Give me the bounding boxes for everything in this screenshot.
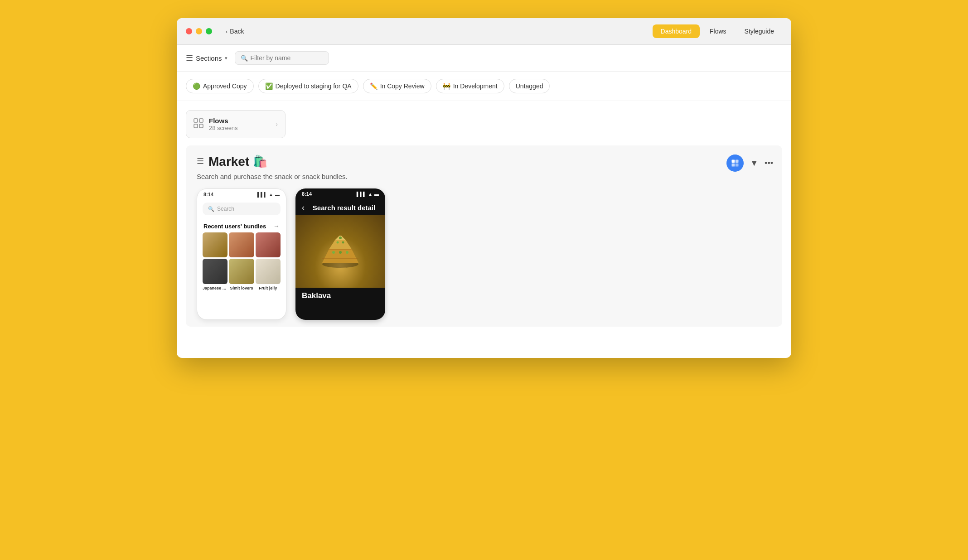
- svg-marker-10: [329, 240, 352, 249]
- phone-search-icon: 🔍: [208, 206, 214, 212]
- signal-icon: ▌▌▌: [257, 192, 267, 197]
- back-chevron-icon: ‹: [226, 28, 227, 35]
- traffic-lights: [186, 28, 212, 34]
- flows-chevron-icon: ›: [276, 121, 278, 128]
- filter-input[interactable]: [251, 54, 323, 62]
- preview-header: ☰ Market 🛍️: [197, 154, 771, 169]
- tag-development-label: In Development: [453, 82, 498, 90]
- maximize-button[interactable]: [206, 28, 212, 34]
- tag-approved-label: Approved Copy: [203, 82, 247, 90]
- development-icon: 🚧: [443, 82, 450, 90]
- tag-approved[interactable]: 🟢 Approved Copy: [186, 79, 254, 93]
- status-bar-dark: 8:14 ▌▌▌ ▲ ▬: [295, 188, 385, 198]
- time-dark: 8:14: [302, 191, 312, 197]
- phone-search-placeholder: Search: [217, 206, 234, 212]
- nav-tabs: Dashboard Flows Styleguide: [653, 24, 782, 38]
- flows-list-item[interactable]: Flows 28 screens ›: [186, 110, 286, 138]
- grid-item-5[interactable]: [229, 259, 254, 284]
- svg-point-14: [342, 241, 344, 244]
- svg-point-13: [337, 241, 339, 244]
- food-grid: [197, 232, 286, 284]
- svg-point-17: [346, 251, 348, 254]
- preview-title-emoji: 🛍️: [253, 154, 267, 169]
- tag-staging[interactable]: ✅ Deployed to staging for QA: [258, 79, 358, 93]
- phone-search-bar[interactable]: 🔍 Search: [203, 203, 281, 215]
- battery-icon-dark: ▬: [374, 192, 379, 197]
- product-name: Baklava: [302, 291, 331, 300]
- baklava-image: [295, 215, 385, 288]
- minimize-button[interactable]: [196, 28, 202, 34]
- phone-item-labels: Japanese s... Simit lovers Fruit jelly: [197, 284, 286, 290]
- wifi-icon-dark: ▲: [368, 192, 373, 197]
- status-icons-light: ▌▌▌ ▲ ▬: [257, 192, 280, 197]
- chevron-down-icon: ▾: [225, 55, 227, 61]
- phone-mockup-light: 8:14 ▌▌▌ ▲ ▬ 🔍 Search Recent users' bund…: [197, 188, 286, 320]
- item-label-1: Japanese s...: [203, 286, 227, 290]
- back-button[interactable]: ‹ Back: [226, 28, 244, 35]
- svg-rect-5: [736, 160, 739, 163]
- more-options-icon[interactable]: •••: [765, 159, 773, 168]
- status-icons-dark: ▌▌▌ ▲ ▬: [357, 192, 379, 197]
- list-icon: ☰: [186, 53, 193, 63]
- tab-dashboard[interactable]: Dashboard: [653, 24, 700, 38]
- tag-copy-review[interactable]: ✏️ In Copy Review: [363, 79, 431, 93]
- grid-item-6[interactable]: [256, 259, 281, 284]
- flows-grid-icon: [194, 118, 203, 130]
- dropdown-icon[interactable]: ▼: [750, 159, 758, 168]
- preview-controls: ▼ •••: [726, 154, 773, 172]
- grid-item-3[interactable]: [256, 232, 281, 257]
- tab-styleguide[interactable]: Styleguide: [736, 24, 782, 38]
- sections-button[interactable]: ☰ Sections ▾: [186, 53, 227, 63]
- tag-copy-review-label: In Copy Review: [380, 82, 425, 90]
- svg-point-15: [332, 251, 335, 254]
- wifi-icon: ▲: [269, 192, 273, 197]
- flows-info: Flows 28 screens: [209, 117, 270, 131]
- back-arrow-dark-icon[interactable]: ‹: [302, 203, 305, 212]
- phone-mockup-dark: 8:14 ▌▌▌ ▲ ▬ ‹ Search result detail: [295, 188, 385, 320]
- phones-row: 8:14 ▌▌▌ ▲ ▬ 🔍 Search Recent users' bund…: [197, 188, 771, 320]
- back-label: Back: [230, 28, 244, 35]
- baklava-title-bar: Baklava: [295, 288, 385, 304]
- item-label-2: Simit lovers: [229, 286, 254, 290]
- toolbar: ☰ Sections ▾ 🔍: [177, 45, 791, 72]
- svg-rect-7: [736, 164, 739, 167]
- grid-item-2[interactable]: [229, 232, 254, 257]
- svg-point-12: [339, 237, 342, 239]
- svg-rect-1: [199, 119, 203, 122]
- content-area: Flows 28 screens › ▼ •••: [177, 101, 791, 336]
- flows-subtitle: 28 screens: [209, 125, 270, 131]
- svg-rect-0: [194, 119, 198, 122]
- phone-dark-title: Search result detail: [309, 204, 379, 212]
- close-button[interactable]: [186, 28, 192, 34]
- phone-section-title: Recent users' bundles: [203, 223, 266, 230]
- titlebar: ‹ Back Dashboard Flows Styleguide: [177, 18, 791, 45]
- tag-untagged[interactable]: Untagged: [509, 79, 550, 93]
- preview-description: Search and purchase the snack or snack b…: [197, 173, 771, 180]
- copy-review-icon: ✏️: [370, 82, 378, 90]
- tags-row: 🟢 Approved Copy ✅ Deployed to staging fo…: [177, 72, 791, 101]
- layers-button[interactable]: [726, 154, 744, 172]
- time-light: 8:14: [203, 192, 213, 197]
- flows-title: Flows: [209, 117, 270, 125]
- svg-rect-3: [199, 124, 203, 128]
- svg-rect-6: [732, 164, 735, 167]
- svg-rect-4: [732, 160, 735, 163]
- status-bar-light: 8:14 ▌▌▌ ▲ ▬: [197, 189, 286, 199]
- tab-flows[interactable]: Flows: [702, 24, 735, 38]
- battery-icon: ▬: [275, 192, 280, 197]
- tag-untagged-label: Untagged: [516, 82, 543, 90]
- grid-item-4[interactable]: [203, 259, 227, 284]
- item-label-3: Fruit jelly: [256, 286, 281, 290]
- tag-development[interactable]: 🚧 In Development: [436, 79, 504, 93]
- svg-point-16: [339, 251, 342, 254]
- search-icon: 🔍: [241, 55, 248, 62]
- sections-label: Sections: [196, 54, 222, 62]
- phone-dark-header: ‹ Search result detail: [295, 198, 385, 215]
- filter-input-wrap[interactable]: 🔍: [235, 51, 329, 65]
- section-arrow-icon: →: [273, 222, 280, 230]
- svg-rect-2: [194, 124, 198, 128]
- phone-section-header: Recent users' bundles →: [197, 219, 286, 232]
- signal-icon-dark: ▌▌▌: [357, 192, 366, 197]
- staging-icon: ✅: [265, 82, 273, 90]
- grid-item-1[interactable]: [203, 232, 227, 257]
